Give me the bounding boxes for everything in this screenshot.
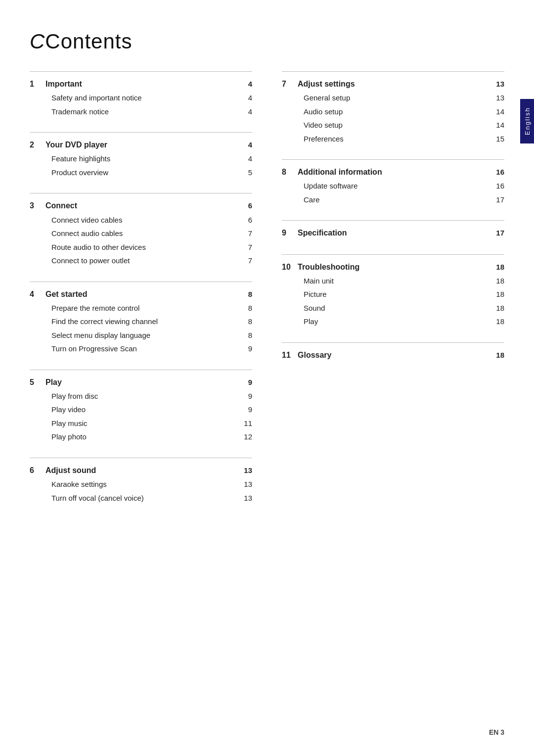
toc-section-9: 9Specification17 <box>282 220 504 240</box>
toc-item-page-2-1: 5 <box>237 166 252 179</box>
toc-header-4: 4Get started8 <box>30 287 252 301</box>
toc-item-label-4-3: Turn on Progressive Scan <box>44 342 237 355</box>
page-footer: EN 3 <box>489 728 504 736</box>
toc-item-page-7-0: 13 <box>490 92 504 104</box>
toc-item-label-10-2: Sound <box>296 302 490 315</box>
toc-item-7-2: Video setup14 <box>282 118 504 132</box>
toc-item-label-1-0: Safety and important notice <box>44 92 237 104</box>
toc-item-page-3-2: 7 <box>237 241 252 254</box>
section-title-11: Glossary <box>296 348 490 362</box>
section-page-11: 18 <box>490 349 504 362</box>
toc-item-6-0: Karaoke settings13 <box>30 477 252 491</box>
toc-item-2-0: Feature highlights4 <box>30 152 252 166</box>
section-number-11: 11 <box>282 348 296 362</box>
section-page-1: 4 <box>237 78 252 91</box>
toc-item-label-5-3: Play photo <box>44 430 237 443</box>
toc-section-11: 11Glossary18 <box>282 342 504 362</box>
section-number-7: 7 <box>282 77 296 91</box>
toc-item-label-10-1: Picture <box>296 288 490 301</box>
toc-item-label-3-2: Route audio to other devices <box>44 241 237 254</box>
toc-item-4-1: Find the correct viewing channel8 <box>30 315 252 329</box>
toc-item-6-1: Turn off vocal (cancel voice)13 <box>30 491 252 505</box>
toc-item-label-3-3: Connect to power outlet <box>44 254 237 267</box>
toc-item-7-3: Preferences15 <box>282 132 504 146</box>
toc-section-1: 1Important4Safety and important notice4T… <box>30 71 252 118</box>
section-title-4: Get started <box>44 287 237 301</box>
language-tab: English <box>520 99 534 143</box>
section-page-9: 17 <box>490 227 504 239</box>
toc-item-4-3: Turn on Progressive Scan9 <box>30 342 252 356</box>
section-page-2: 4 <box>237 139 252 151</box>
toc-item-page-4-1: 8 <box>237 315 252 328</box>
section-title-3: Connect <box>44 199 237 212</box>
toc-item-label-10-3: Play <box>296 315 490 328</box>
toc-header-9: 9Specification17 <box>282 226 504 240</box>
toc-section-7: 7Adjust settings13General setup13Audio s… <box>282 71 504 145</box>
toc-item-label-3-1: Connect audio cables <box>44 227 237 240</box>
toc-item-5-1: Play video9 <box>30 403 252 417</box>
toc-item-label-8-1: Care <box>296 193 490 206</box>
section-title-7: Adjust settings <box>296 77 490 91</box>
section-number-8: 8 <box>282 165 296 179</box>
toc-item-label-4-1: Find the correct viewing channel <box>44 315 237 328</box>
toc-item-label-4-2: Select menu display language <box>44 329 237 342</box>
toc-item-10-3: Play18 <box>282 315 504 329</box>
left-column: 1Important4Safety and important notice4T… <box>30 71 252 519</box>
toc-header-3: 3Connect6 <box>30 198 252 213</box>
toc-item-4-0: Prepare the remote control8 <box>30 301 252 315</box>
toc-item-7-0: General setup13 <box>282 91 504 105</box>
toc-item-page-1-0: 4 <box>237 92 252 104</box>
toc-item-page-6-0: 13 <box>237 478 252 491</box>
toc-item-page-7-2: 14 <box>490 119 504 132</box>
section-page-5: 9 <box>237 376 252 389</box>
section-page-4: 8 <box>237 288 252 301</box>
section-number-1: 1 <box>30 77 44 91</box>
page-title: CContents <box>30 30 504 53</box>
toc-item-page-4-2: 8 <box>237 329 252 342</box>
toc-item-page-8-1: 17 <box>490 193 504 206</box>
toc-item-label-4-0: Prepare the remote control <box>44 302 237 315</box>
toc-section-10: 10Troubleshooting18Main unit18Picture18S… <box>282 254 504 329</box>
toc-header-2: 2Your DVD player4 <box>30 138 252 152</box>
section-title-10: Troubleshooting <box>296 260 490 274</box>
section-title-6: Adjust sound <box>44 464 237 477</box>
toc-section-8: 8Additional information16Update software… <box>282 159 504 206</box>
section-title-5: Play <box>44 376 237 389</box>
toc-item-page-10-3: 18 <box>490 315 504 328</box>
toc-item-page-2-0: 4 <box>237 152 252 165</box>
toc-item-2-1: Product overview5 <box>30 166 252 180</box>
toc-item-4-2: Select menu display language8 <box>30 329 252 342</box>
toc-item-label-5-0: Play from disc <box>44 390 237 403</box>
toc-item-5-0: Play from disc9 <box>30 389 252 403</box>
toc-item-3-1: Connect audio cables7 <box>30 227 252 240</box>
section-title-9: Specification <box>296 226 490 239</box>
section-number-3: 3 <box>30 199 44 212</box>
toc-section-4: 4Get started8Prepare the remote control8… <box>30 282 252 356</box>
right-column: 7Adjust settings13General setup13Audio s… <box>282 71 504 519</box>
toc-header-6: 6Adjust sound13 <box>30 463 252 477</box>
toc-item-3-3: Connect to power outlet7 <box>30 254 252 268</box>
toc-item-label-1-1: Trademark notice <box>44 105 237 118</box>
section-page-3: 6 <box>237 199 252 212</box>
toc-section-2: 2Your DVD player4Feature highlights4Prod… <box>30 132 252 179</box>
toc-item-label-2-1: Product overview <box>44 166 237 179</box>
content-area: 1Important4Safety and important notice4T… <box>30 71 504 519</box>
section-title-2: Your DVD player <box>44 138 237 151</box>
toc-item-label-6-1: Turn off vocal (cancel voice) <box>44 492 237 505</box>
toc-header-11: 11Glossary18 <box>282 348 504 362</box>
toc-item-label-6-0: Karaoke settings <box>44 478 237 491</box>
toc-item-7-1: Audio setup14 <box>282 105 504 119</box>
toc-item-label-8-0: Update software <box>296 180 490 192</box>
toc-item-8-0: Update software16 <box>282 179 504 193</box>
toc-header-10: 10Troubleshooting18 <box>282 260 504 274</box>
section-title-1: Important <box>44 77 237 91</box>
section-number-10: 10 <box>282 260 296 274</box>
toc-item-3-2: Route audio to other devices7 <box>30 240 252 254</box>
toc-item-page-5-1: 9 <box>237 403 252 416</box>
toc-item-label-10-0: Main unit <box>296 275 490 287</box>
toc-item-page-6-1: 13 <box>237 492 252 505</box>
toc-item-page-1-1: 4 <box>237 105 252 118</box>
section-title-8: Additional information <box>296 165 490 179</box>
toc-header-1: 1Important4 <box>30 77 252 91</box>
toc-section-6: 6Adjust sound13Karaoke settings13Turn of… <box>30 458 252 505</box>
